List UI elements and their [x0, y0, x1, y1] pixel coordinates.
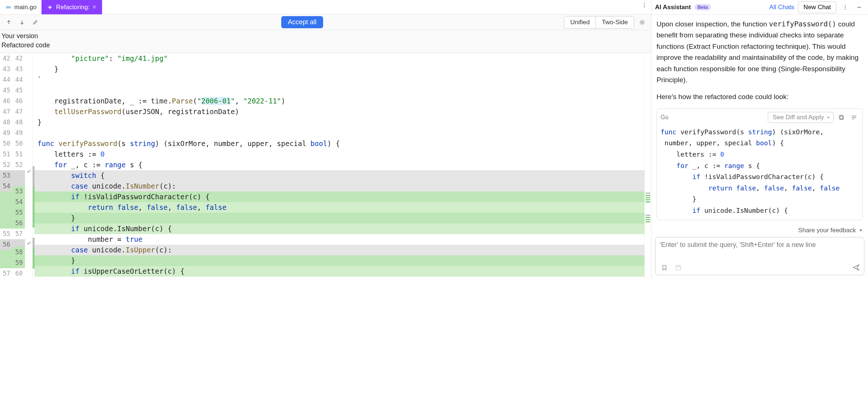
svg-point-6 [644, 7, 645, 8]
code-line[interactable]: } [35, 213, 644, 223]
wrap-snippet-button[interactable] [849, 113, 859, 122]
your-version-label: Your version [1, 32, 647, 41]
code-line[interactable]: if isUpperCaseOrLetter(c) { [35, 266, 644, 277]
editor-pane: main.go Refactoring: [0, 0, 651, 279]
accept-chunk-button[interactable] [25, 238, 32, 248]
svg-point-8 [845, 5, 846, 6]
code-line[interactable]: } [35, 117, 644, 128]
edit-icon[interactable] [30, 17, 40, 28]
refactor-icon [47, 4, 53, 11]
send-button[interactable] [852, 263, 860, 272]
svg-point-3 [9, 7, 10, 7]
svg-point-2 [7, 7, 8, 7]
snippet-toolbar: Go See Diff and Apply [657, 109, 862, 126]
code-line[interactable]: } [35, 64, 644, 74]
assistant-paragraph: Upon closer inspection, the function ver… [657, 18, 863, 85]
close-icon[interactable] [92, 5, 97, 10]
ai-assistant-title: AI Assistant [655, 4, 691, 11]
code-area[interactable]: "picture": "img/41.jpg" }` registrationD… [35, 53, 644, 279]
next-diff-button[interactable] [17, 17, 27, 28]
ai-chat-body: Upon closer inspection, the function ver… [651, 15, 868, 224]
code-line[interactable]: number = true [35, 234, 644, 245]
code-snippet: Go See Diff and Apply func verifyPasswor… [657, 109, 863, 221]
svg-point-5 [644, 5, 645, 6]
code-line[interactable] [35, 85, 644, 96]
line-gutters: 42434445464748495051525354555657 4243444… [0, 53, 33, 279]
code-line[interactable]: case unicode.IsUpper(c): [35, 245, 644, 255]
tab-refactoring[interactable]: Refactoring: [41, 0, 102, 14]
see-diff-apply-button[interactable]: See Diff and Apply [768, 112, 834, 123]
prev-diff-button[interactable] [4, 17, 14, 28]
code-line[interactable]: return false, false, false, false [35, 202, 644, 213]
diff-settings-button[interactable] [637, 17, 647, 28]
code-line[interactable]: } [35, 255, 644, 266]
svg-point-4 [644, 3, 645, 4]
tab-overflow-menu[interactable] [638, 0, 651, 10]
save-button[interactable] [673, 262, 683, 273]
copy-snippet-button[interactable] [837, 113, 846, 122]
tab-label: main.go [14, 4, 36, 11]
ai-assistant-pane: AI Assistant Beta All Chats New Chat Upo… [651, 0, 868, 279]
version-labels: Your version Refactored code [0, 30, 651, 53]
svg-point-1 [8, 6, 11, 9]
code-line[interactable]: tellUserPassword(userJSON, registrationD… [35, 106, 644, 117]
code-line[interactable]: case unicode.IsNumber(c): [35, 181, 644, 192]
code-line[interactable]: letters := 0 [35, 149, 644, 160]
accept-all-button[interactable]: Accept all [281, 16, 323, 28]
code-line[interactable]: if unicode.IsNumber(c) { [35, 223, 644, 234]
view-twoside-button[interactable]: Two-Side [596, 17, 634, 28]
ai-assistant-header: AI Assistant Beta All Chats New Chat [651, 0, 868, 15]
svg-point-7 [641, 21, 643, 23]
code-line[interactable]: switch { [35, 170, 644, 181]
new-chat-button[interactable]: New Chat [798, 1, 836, 13]
refactored-label: Refactored code [1, 41, 647, 50]
chat-input-area [651, 237, 868, 279]
svg-rect-13 [676, 265, 681, 270]
inline-code: verifyPassword() [769, 20, 836, 28]
code-line[interactable]: if !isValidPasswordCharacter(c) { [35, 192, 644, 202]
code-line[interactable]: upper = true [35, 277, 644, 279]
code-line[interactable] [35, 128, 644, 138]
minimap[interactable] [644, 53, 651, 279]
diff-editor[interactable]: 42434445464748495051525354555657 4243444… [0, 53, 651, 279]
chat-input[interactable] [655, 237, 864, 260]
code-line[interactable]: registrationDate, _ := time.Parse("2006-… [35, 96, 644, 106]
tab-bar: main.go Refactoring: [0, 0, 651, 15]
code-line[interactable]: ` [35, 74, 644, 85]
diff-toolbar: Accept all Unified Two-Side [0, 15, 651, 30]
minimize-button[interactable] [854, 2, 864, 12]
bookmark-button[interactable] [659, 262, 669, 273]
assistant-paragraph: Here's how the refactored code could loo… [657, 91, 863, 102]
svg-point-10 [845, 8, 846, 10]
share-feedback-link[interactable]: Share your feedback [651, 224, 868, 237]
view-unified-button[interactable]: Unified [564, 17, 596, 28]
all-chats-link[interactable]: All Chats [769, 4, 794, 11]
tab-label: Refactoring: [56, 4, 90, 11]
code-line[interactable]: for _, c := range s { [35, 160, 644, 170]
beta-badge: Beta [695, 4, 711, 10]
snippet-code: func verifyPassword(s string) (sixOrMore… [657, 126, 862, 220]
code-line[interactable]: func verifyPassword(s string) (sixOrMore… [35, 138, 644, 149]
diff-view-switch: Unified Two-Side [564, 16, 634, 29]
go-file-icon [5, 4, 12, 11]
code-line[interactable]: "picture": "img/41.jpg" [35, 53, 644, 64]
accept-chunk-button[interactable] [25, 166, 32, 176]
tab-main-go[interactable]: main.go [0, 0, 41, 14]
svg-point-9 [845, 7, 846, 8]
snippet-language: Go [661, 114, 668, 121]
ai-menu-button[interactable] [840, 2, 850, 12]
